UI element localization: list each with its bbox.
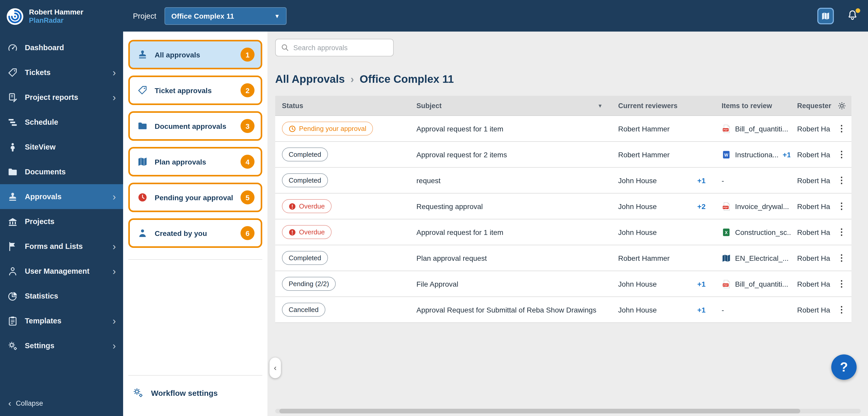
sidebar-item-forms-and-lists[interactable]: Forms and Lists › [0,234,123,259]
user-name: Robert Hammer [29,8,83,17]
sidebar-item-approvals[interactable]: Approvals › [0,184,123,209]
clock-icon [289,125,296,132]
building-icon [7,216,18,227]
sidebar-collapse-button[interactable]: ‹ Collapse [0,391,123,416]
pdf-file-icon: PDF [722,124,731,133]
reviewer-name: John House [618,228,657,236]
reviewer-extra-count[interactable]: +2 [697,202,706,210]
chevron-down-icon: ▼ [274,13,280,19]
table-row[interactable]: Overdue Requesting approval John House +… [275,194,851,219]
help-label: ? [840,360,848,375]
clipboard-icon [7,315,18,326]
filter-plan-approvals[interactable]: Plan approvals 4 [128,147,262,176]
kebab-menu-icon[interactable]: ⋮ [837,304,846,315]
column-header-reviewers[interactable]: Current reviewers [610,96,714,115]
approval-stamp-icon [137,49,148,60]
table-header: Status Subject ▼ Current reviewers Items… [275,96,851,116]
table-row[interactable]: Pending (2/2) File Approval John House +… [275,271,851,297]
requester-name: Robert Ha [797,280,830,288]
table-row[interactable]: Completed Plan approval request Robert H… [275,245,851,271]
column-settings-button[interactable] [832,96,851,115]
item-name[interactable]: EN_Electrical_... [735,254,788,262]
chevron-right-icon: › [113,67,116,77]
sidebar-item-statistics[interactable]: Statistics [0,284,123,308]
column-header-subject[interactable]: Subject ▼ [409,96,610,115]
kebab-menu-icon[interactable]: ⋮ [837,227,846,237]
sidebar-item-dashboard[interactable]: Dashboard [0,35,123,60]
horizontal-scrollbar-track[interactable] [275,409,861,413]
plans-button[interactable] [817,7,834,24]
svg-text:X: X [725,230,728,235]
item-name[interactable]: Bill_of_quantiti... [735,280,788,288]
svg-text:W: W [724,152,728,157]
sidebar-item-documents[interactable]: Documents [0,159,123,184]
kebab-menu-icon[interactable]: ⋮ [837,252,846,263]
user-header[interactable]: Robert Hammer PlanRadar [0,0,123,32]
sidebar-item-label: Templates [25,317,61,325]
kebab-menu-icon[interactable]: ⋮ [837,278,846,289]
column-header-items[interactable]: Items to review [714,96,790,115]
kebab-menu-icon[interactable]: ⋮ [837,175,846,186]
reviewer-extra-count[interactable]: +1 [697,176,706,184]
sidebar-item-schedule[interactable]: Schedule [0,110,123,135]
approval-stamp-icon [7,191,18,202]
kebab-menu-icon[interactable]: ⋮ [837,201,846,212]
filter-ticket-approvals[interactable]: Ticket approvals 2 [128,76,262,105]
item-name[interactable]: - [722,176,724,184]
item-name[interactable]: - [722,305,724,314]
sidebar-item-siteview[interactable]: SiteView [0,135,123,159]
approvals-filter-panel: All approvals 1 Ticket approvals 2 Docum… [123,32,268,416]
column-header-requester[interactable]: Requester [790,96,832,115]
filter-all-approvals[interactable]: All approvals 1 [128,40,262,69]
sidebar-item-project-reports[interactable]: Project reports › [0,85,123,110]
horizontal-scrollbar-thumb[interactable] [279,409,801,413]
requester-name: Robert Ha [797,254,830,262]
filter-document-approvals[interactable]: Document approvals 3 [128,111,262,141]
workflow-settings-button[interactable]: Workflow settings [123,376,268,416]
kebab-menu-icon[interactable]: ⋮ [837,123,846,134]
search-input[interactable] [275,39,394,56]
sidebar-item-label: SiteView [25,143,56,151]
person-icon [137,228,148,239]
kebab-menu-icon[interactable]: ⋮ [837,149,846,160]
table-row[interactable]: Completed request John House +1 PDF W X … [275,168,851,194]
item-name[interactable]: Bill_of_quantiti... [735,124,788,133]
sidebar-item-label: Documents [25,168,66,176]
item-name[interactable]: Invoice_drywal... [735,202,789,210]
sidebar-item-user-management[interactable]: User Management › [0,259,123,284]
table-row[interactable]: Completed Approval request for 2 items R… [275,142,851,168]
doc-file-icon: W [722,150,731,159]
sidebar-item-settings[interactable]: Settings › [0,333,123,358]
notifications-button[interactable] [846,9,859,23]
column-header-label: Subject [416,102,442,110]
sidebar-item-templates[interactable]: Templates › [0,308,123,333]
table-row[interactable]: Overdue Approval request for 1 item John… [275,219,851,245]
sidebar-item-tickets[interactable]: Tickets › [0,60,123,85]
table-row[interactable]: Cancelled Approval Request for Submittal… [275,297,851,323]
column-header-status[interactable]: Status [275,96,409,115]
reviewer-name: John House [618,280,657,288]
filter-label: Document approvals [155,122,226,130]
reviewer-extra-count[interactable]: +1 [697,280,706,288]
collapse-label: Collapse [16,399,43,407]
chevron-right-icon: › [113,241,116,251]
panel-collapse-button[interactable]: ‹ [270,358,281,378]
svg-text:PDF: PDF [723,206,728,209]
chevron-right-icon: › [113,92,116,102]
reviewer-extra-count[interactable]: +1 [697,305,706,314]
item-name[interactable]: Instructiona... [735,150,778,158]
table-row[interactable]: Pending your approval Approval request f… [275,116,851,142]
filter-label: Ticket approvals [155,86,212,94]
sidebar-item-projects[interactable]: Projects [0,209,123,234]
filter-created-by-you[interactable]: Created by you 6 [128,218,262,248]
item-extra-count[interactable]: +1 [783,150,790,158]
breadcrumb-all-approvals[interactable]: All Approvals [275,73,345,85]
sort-caret-icon[interactable]: ▼ [597,103,602,109]
help-button[interactable]: ? [831,354,857,380]
reviewer-name: Robert Hammer [618,124,670,133]
filter-pending-your-approval[interactable]: Pending your approval 5 [128,183,262,212]
sidebar-item-label: Statistics [25,292,58,300]
item-name[interactable]: Construction_sc... [735,228,790,236]
project-select[interactable]: Office Complex 11 ▼ [164,7,286,25]
subject-text: Plan approval request [416,254,487,262]
